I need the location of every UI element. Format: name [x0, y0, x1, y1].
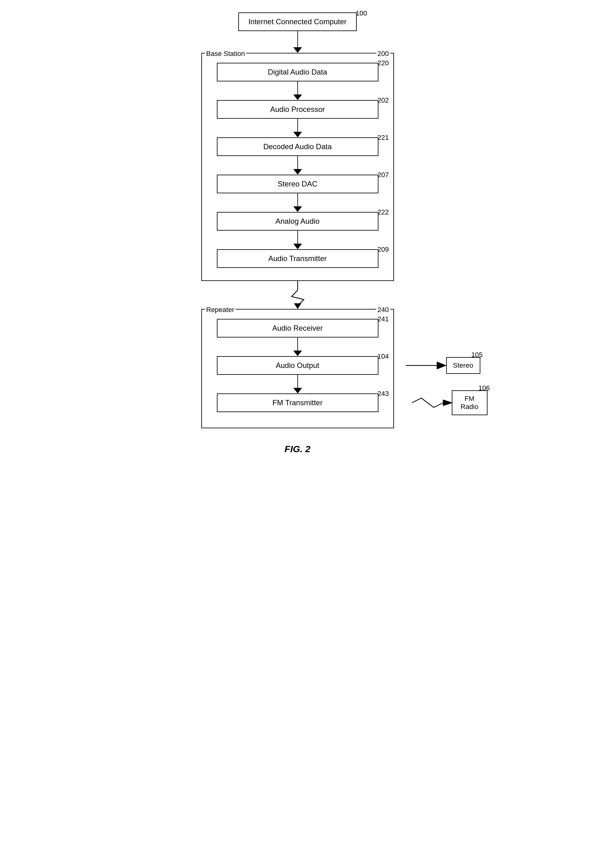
- analog-audio-wrapper: Analog Audio 222: [217, 212, 378, 230]
- arrow-1: [293, 81, 302, 100]
- arrow-6: [293, 338, 302, 356]
- audio-output-wrapper: Audio Output 104 Stereo 105: [217, 356, 378, 375]
- top-node: Internet Connected Computer 100: [238, 12, 356, 31]
- fm-radio-label: FM Radio: [461, 395, 478, 410]
- stereo-ref: 105: [471, 351, 483, 359]
- arrow-2: [293, 119, 302, 137]
- audio-receiver-wrapper: Audio Receiver 241: [217, 319, 378, 338]
- audio-transmitter-ref: 209: [378, 245, 389, 254]
- arrow-3: [293, 156, 302, 175]
- audio-processor-ref: 202: [378, 96, 389, 105]
- audio-transmitter-wrapper: Audio Transmitter 209: [217, 249, 378, 268]
- audio-transmitter-box: Audio Transmitter 209: [217, 249, 378, 268]
- arrowhead: [293, 244, 302, 249]
- arrowhead: [293, 47, 302, 53]
- decoded-audio-box: Decoded Audio Data 221: [217, 137, 378, 156]
- figure-label: FIG. 2: [285, 444, 310, 455]
- arrow-line: [297, 81, 298, 94]
- fm-radio-box: FM Radio 106: [452, 390, 487, 415]
- arrow-line: [297, 119, 298, 132]
- decoded-audio-label: Decoded Audio Data: [263, 142, 332, 151]
- repeater-ref: 240: [376, 306, 390, 314]
- arrowhead: [293, 169, 302, 175]
- stereo-dac-wrapper: Stereo DAC 207: [217, 175, 378, 193]
- audio-output-label: Audio Output: [276, 361, 319, 369]
- stereo-dac-label: Stereo DAC: [278, 180, 317, 188]
- arrowhead: [293, 132, 302, 137]
- zigzag-arrow-svg: [285, 281, 310, 309]
- digital-audio-wrapper: Digital Audio Data 220: [217, 63, 378, 81]
- fm-transmitter-wrapper: FM Transmitter 243 FM Radio 106: [217, 393, 378, 412]
- svg-marker-4: [443, 400, 452, 406]
- digital-audio-box: Digital Audio Data 220: [217, 63, 378, 81]
- arrow-line: [297, 193, 298, 207]
- audio-receiver-ref: 241: [378, 315, 389, 323]
- audio-transmitter-label: Audio Transmitter: [268, 254, 326, 263]
- audio-processor-label: Audio Processor: [270, 105, 325, 114]
- decoded-audio-ref: 221: [378, 134, 389, 142]
- stereo-label: Stereo: [453, 362, 473, 369]
- svg-marker-1: [294, 303, 301, 309]
- base-station-label: Base Station: [205, 50, 247, 58]
- arrowhead: [293, 94, 302, 100]
- fm-transmitter-label: FM Transmitter: [273, 399, 322, 407]
- svg-marker-3: [437, 362, 446, 369]
- analog-audio-box: Analog Audio 222: [217, 212, 378, 230]
- arrow-line: [297, 230, 298, 244]
- arrow-top-to-base: [293, 31, 302, 53]
- arrow-5: [293, 230, 302, 249]
- arrow-line: [297, 338, 298, 351]
- stereo-dac-ref: 207: [378, 171, 389, 179]
- fm-transmitter-ref: 243: [378, 390, 389, 398]
- audio-output-ref: 104: [378, 353, 389, 360]
- audio-processor-box: Audio Processor 202: [217, 100, 378, 119]
- arrowhead: [293, 388, 302, 393]
- arrow-line: [297, 156, 298, 169]
- stereo-arrow-svg: [406, 359, 449, 372]
- base-station-ref: 200: [376, 50, 390, 58]
- decoded-audio-wrapper: Decoded Audio Data 221: [217, 137, 378, 156]
- zigzag-connection: [201, 281, 394, 309]
- fm-transmitter-box: FM Transmitter 243: [217, 393, 378, 412]
- audio-receiver-box: Audio Receiver 241: [217, 319, 378, 338]
- arrow-7: [293, 375, 302, 393]
- internet-computer-box: Internet Connected Computer 100: [238, 12, 356, 31]
- arrow-line: [297, 375, 298, 388]
- arrowhead: [293, 207, 302, 212]
- audio-processor-wrapper: Audio Processor 202: [217, 100, 378, 119]
- stereo-arrow-container: Stereo 105: [406, 359, 449, 372]
- analog-audio-label: Analog Audio: [276, 217, 319, 225]
- audio-receiver-label: Audio Receiver: [272, 324, 323, 332]
- repeater-label: Repeater: [205, 306, 236, 314]
- arrow-4: [293, 193, 302, 212]
- digital-audio-label: Digital Audio Data: [268, 68, 327, 76]
- diagram: Internet Connected Computer 100 Base Sta…: [170, 12, 425, 455]
- fm-radio-ref: 106: [478, 384, 490, 392]
- base-station-box: Base Station 200 Digital Audio Data 220 …: [201, 53, 394, 281]
- stereo-box: Stereo 105: [446, 357, 480, 374]
- repeater-box: Repeater 240 Audio Receiver 241 Audio Ou…: [201, 309, 394, 428]
- analog-audio-ref: 222: [378, 208, 389, 216]
- arrowhead: [293, 351, 302, 356]
- audio-output-box: Audio Output 104: [217, 356, 378, 375]
- fm-radio-arrow-container: FM Radio 106: [412, 397, 455, 409]
- stereo-dac-box: Stereo DAC 207: [217, 175, 378, 193]
- internet-computer-ref: 100: [356, 9, 367, 18]
- fm-radio-arrow-svg: [412, 397, 455, 409]
- internet-computer-label: Internet Connected Computer: [248, 18, 347, 26]
- arrow-line: [297, 31, 298, 47]
- digital-audio-ref: 220: [378, 59, 389, 67]
